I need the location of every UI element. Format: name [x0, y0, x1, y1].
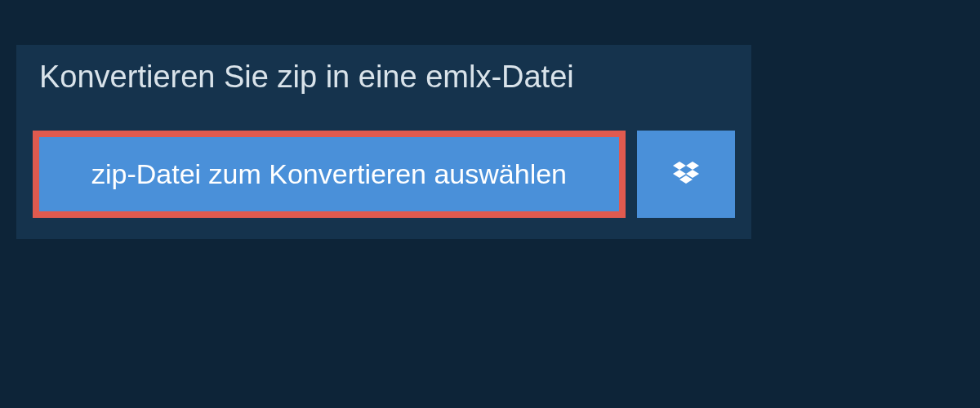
page-title: Konvertieren Sie zip in eine emlx-Datei [39, 60, 574, 94]
converter-panel: Konvertieren Sie zip in eine emlx-Datei … [16, 45, 751, 239]
dropbox-button[interactable] [637, 131, 735, 218]
select-file-button[interactable]: zip-Datei zum Konvertieren auswählen [33, 131, 626, 218]
dropbox-icon [670, 158, 702, 191]
title-bar: Konvertieren Sie zip in eine emlx-Datei [16, 45, 597, 109]
button-row: zip-Datei zum Konvertieren auswählen [16, 109, 751, 239]
select-file-label: zip-Datei zum Konvertieren auswählen [91, 158, 567, 190]
